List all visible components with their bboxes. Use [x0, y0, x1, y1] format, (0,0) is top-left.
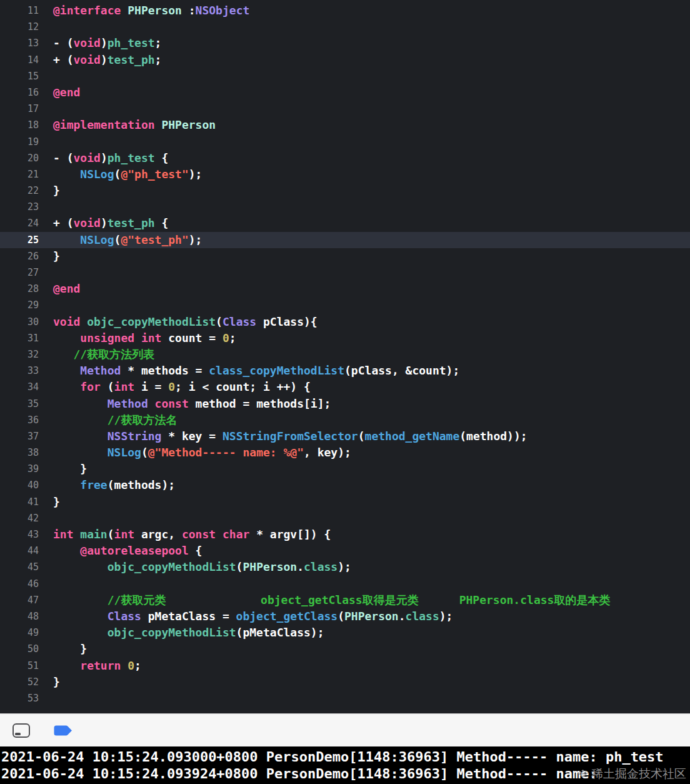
- line-number[interactable]: 21: [0, 166, 39, 183]
- code-line[interactable]: 19: [0, 134, 690, 150]
- code-text: objc_copyMethodList(pMetaClass);: [53, 625, 324, 641]
- watermark: 稀土掘金技术社区: [578, 766, 686, 782]
- line-number[interactable]: 42: [0, 510, 39, 526]
- line-number[interactable]: 45: [0, 559, 39, 575]
- line-number[interactable]: 36: [0, 412, 39, 428]
- code-text: @autoreleasepool {: [53, 543, 202, 559]
- line-number[interactable]: 47: [0, 592, 39, 608]
- code-line[interactable]: 29: [0, 297, 690, 313]
- line-number[interactable]: 13: [0, 35, 39, 51]
- line-number[interactable]: 49: [0, 625, 39, 641]
- line-number[interactable]: 35: [0, 396, 39, 412]
- line-number[interactable]: 12: [0, 19, 39, 35]
- line-number[interactable]: 24: [0, 215, 39, 231]
- console-output[interactable]: 2021-06-24 10:15:24.093000+0800 PersonDe…: [0, 746, 690, 784]
- code-line[interactable]: 47 //获取元类 object_getClass取得是元类 PHPerson.…: [0, 592, 690, 608]
- code-line[interactable]: 12: [0, 19, 690, 35]
- line-number[interactable]: 17: [0, 101, 39, 117]
- line-number[interactable]: 20: [0, 150, 39, 166]
- breakpoint-toggle-icon[interactable]: [54, 725, 72, 736]
- code-line[interactable]: 53: [0, 690, 690, 706]
- code-line[interactable]: 25 NSLog(@"test_ph");: [0, 232, 690, 248]
- code-line[interactable]: 40 free(methods);: [0, 477, 690, 493]
- code-text: }: [53, 183, 60, 199]
- line-number[interactable]: 52: [0, 674, 39, 690]
- code-line[interactable]: 38 NSLog(@"Method----- name: %@", key);: [0, 445, 690, 461]
- code-line[interactable]: 32 //获取方法列表: [0, 346, 690, 363]
- code-line[interactable]: 33 Method * methods = class_copyMethodLi…: [0, 363, 690, 379]
- line-number[interactable]: 18: [0, 117, 39, 133]
- code-line[interactable]: 42: [0, 510, 690, 526]
- line-number[interactable]: 33: [0, 363, 39, 379]
- line-number[interactable]: 15: [0, 68, 39, 84]
- line-number[interactable]: 51: [0, 658, 39, 674]
- code-line[interactable]: 31 unsigned int count = 0;: [0, 330, 690, 346]
- line-number[interactable]: 25: [0, 232, 39, 248]
- line-number[interactable]: 23: [0, 199, 39, 215]
- line-number[interactable]: 30: [0, 314, 39, 330]
- code-text: + (void)test_ph {: [53, 215, 168, 231]
- code-area: 11@interface PHPerson :NSObject1213- (vo…: [0, 3, 690, 706]
- code-text: //获取元类 object_getClass取得是元类 PHPerson.cla…: [53, 592, 610, 608]
- line-number[interactable]: 34: [0, 379, 39, 395]
- code-line[interactable]: 39 }: [0, 461, 690, 477]
- line-number[interactable]: 27: [0, 264, 39, 281]
- code-line[interactable]: 17: [0, 101, 690, 117]
- code-line[interactable]: 18@implementation PHPerson: [0, 117, 690, 133]
- line-number[interactable]: 29: [0, 297, 39, 313]
- line-number[interactable]: 11: [0, 3, 39, 19]
- line-number[interactable]: 14: [0, 52, 39, 68]
- line-number[interactable]: 53: [0, 690, 39, 706]
- line-number[interactable]: 39: [0, 461, 39, 477]
- code-line[interactable]: 44 @autoreleasepool {: [0, 543, 690, 559]
- code-line[interactable]: 23: [0, 199, 690, 215]
- code-line[interactable]: 46: [0, 576, 690, 592]
- code-text: return 0;: [53, 658, 141, 674]
- code-line[interactable]: 11@interface PHPerson :NSObject: [0, 3, 690, 19]
- code-line[interactable]: 30void objc_copyMethodList(Class pClass)…: [0, 314, 690, 330]
- line-number[interactable]: 46: [0, 576, 39, 592]
- code-line[interactable]: 50 }: [0, 641, 690, 657]
- line-number[interactable]: 26: [0, 248, 39, 264]
- code-line[interactable]: 27: [0, 264, 690, 281]
- code-text: }: [53, 494, 60, 510]
- code-line[interactable]: 21 NSLog(@"ph_test");: [0, 166, 690, 183]
- code-line[interactable]: 35 Method const method = methods[i];: [0, 396, 690, 412]
- code-line[interactable]: 20- (void)ph_test {: [0, 150, 690, 166]
- line-number[interactable]: 38: [0, 445, 39, 461]
- line-number[interactable]: 19: [0, 134, 39, 150]
- line-number[interactable]: 41: [0, 494, 39, 510]
- line-number[interactable]: 40: [0, 477, 39, 493]
- code-line[interactable]: 34 for (int i = 0; i < count; i ++) {: [0, 379, 690, 395]
- line-number[interactable]: 16: [0, 84, 39, 101]
- code-line[interactable]: 52}: [0, 674, 690, 690]
- line-number[interactable]: 37: [0, 428, 39, 445]
- code-editor[interactable]: 11@interface PHPerson :NSObject1213- (vo…: [0, 0, 690, 713]
- code-line[interactable]: 14+ (void)test_ph;: [0, 52, 690, 68]
- code-line[interactable]: 15: [0, 68, 690, 84]
- line-number[interactable]: 22: [0, 183, 39, 199]
- code-line[interactable]: 51 return 0;: [0, 658, 690, 674]
- code-line[interactable]: 16@end: [0, 84, 690, 101]
- hide-debug-area-icon[interactable]: [12, 723, 30, 738]
- line-number[interactable]: 50: [0, 641, 39, 657]
- code-line[interactable]: 41}: [0, 494, 690, 510]
- code-line[interactable]: 48 Class pMetaClass = object_getClass(PH…: [0, 608, 690, 625]
- code-text: - (void)ph_test {: [53, 150, 168, 166]
- code-line[interactable]: 49 objc_copyMethodList(pMetaClass);: [0, 625, 690, 641]
- code-line[interactable]: 43int main(int argc, const char * argv[]…: [0, 526, 690, 543]
- code-line[interactable]: 26}: [0, 248, 690, 264]
- code-line[interactable]: 22}: [0, 183, 690, 199]
- code-line[interactable]: 36 //获取方法名: [0, 412, 690, 428]
- line-number[interactable]: 43: [0, 526, 39, 543]
- code-line[interactable]: 45 objc_copyMethodList(PHPerson.class);: [0, 559, 690, 575]
- code-line[interactable]: 28@end: [0, 281, 690, 297]
- line-number[interactable]: 44: [0, 543, 39, 559]
- code-line[interactable]: 13- (void)ph_test;: [0, 35, 690, 51]
- code-line[interactable]: 24+ (void)test_ph {: [0, 215, 690, 231]
- line-number[interactable]: 32: [0, 346, 39, 363]
- line-number[interactable]: 31: [0, 330, 39, 346]
- code-line[interactable]: 37 NSString * key = NSStringFromSelector…: [0, 428, 690, 445]
- line-number[interactable]: 48: [0, 608, 39, 625]
- line-number[interactable]: 28: [0, 281, 39, 297]
